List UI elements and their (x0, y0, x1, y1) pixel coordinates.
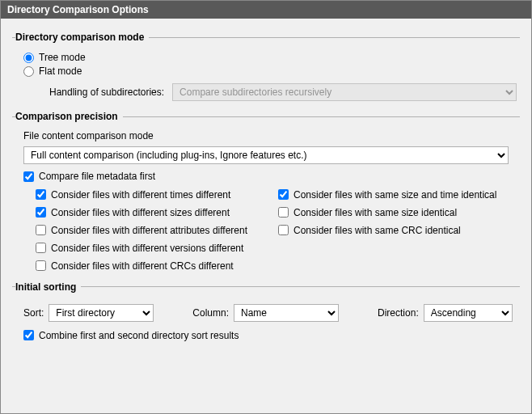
checkbox-same-size-label: Consider files with same size identical (293, 207, 457, 218)
checkbox-diff-sizes[interactable]: Consider files with different sizes diff… (36, 207, 278, 218)
checkbox-diff-versions[interactable]: Consider files with different versions d… (36, 243, 278, 254)
column-select[interactable]: Name (234, 304, 339, 322)
checkbox-diff-versions-input[interactable] (36, 243, 46, 253)
subdir-handling-label: Handling of subdirectories: (49, 87, 172, 98)
checkbox-diff-crcs-input[interactable] (36, 260, 46, 271)
radio-flat-mode-label: Flat mode (39, 65, 82, 77)
content-area: Directory comparison mode Tree mode Flat… (1, 19, 531, 357)
checkbox-combine-results-label: Combine first and second directory sort … (39, 330, 239, 341)
checkbox-same-size-time-input[interactable] (278, 189, 289, 200)
sort-label: Sort: (23, 307, 44, 319)
checkbox-compare-metadata-first-label: Compare file metadata first (39, 171, 155, 182)
legend-comparison-precision: Comparison precision (15, 111, 123, 122)
file-content-mode-label: File content comparison mode (15, 130, 517, 142)
checkbox-diff-times-label: Consider files with different times diff… (51, 189, 230, 201)
checkbox-diff-crcs[interactable]: Consider files with different CRCs diffe… (36, 260, 278, 272)
checkbox-same-size[interactable]: Consider files with same size identical (278, 207, 517, 218)
legend-directory-mode: Directory comparison mode (15, 32, 149, 43)
checkbox-same-size-time-label: Consider files with same size and time i… (293, 189, 496, 201)
content-mode-select[interactable]: Full content comparison (including plug-… (23, 146, 509, 164)
radio-tree-mode[interactable]: Tree mode (23, 52, 86, 63)
checkbox-diff-attrs[interactable]: Consider files with different attributes… (36, 225, 278, 236)
legend-initial-sorting: Initial sorting (15, 281, 81, 293)
direction-select[interactable]: Ascending (424, 304, 513, 322)
checkbox-same-crc-label: Consider files with same CRC identical (293, 225, 461, 236)
group-initial-sorting: Initial sorting Sort: First directory Co… (12, 281, 520, 347)
checkbox-same-crc-input[interactable] (278, 225, 289, 235)
sort-select[interactable]: First directory (49, 304, 154, 322)
checkbox-diff-sizes-input[interactable] (36, 207, 46, 218)
radio-flat-mode[interactable]: Flat mode (23, 65, 82, 77)
checkbox-same-size-input[interactable] (278, 207, 289, 218)
checkbox-diff-crcs-label: Consider files with different CRCs diffe… (51, 260, 234, 272)
radio-flat-mode-input[interactable] (23, 66, 34, 77)
checkbox-diff-versions-label: Consider files with different versions d… (51, 243, 243, 254)
checkbox-same-size-time[interactable]: Consider files with same size and time i… (278, 189, 517, 201)
direction-label: Direction: (378, 307, 419, 319)
radio-tree-mode-input[interactable] (23, 53, 34, 63)
checkbox-same-crc[interactable]: Consider files with same CRC identical (278, 225, 517, 236)
subdir-handling-select: Compare subdirectories recursively (172, 83, 517, 101)
group-directory-mode: Directory comparison mode Tree mode Flat… (12, 32, 520, 104)
checkbox-combine-results-input[interactable] (23, 330, 34, 340)
checkbox-diff-sizes-label: Consider files with different sizes diff… (51, 207, 230, 218)
checkbox-diff-times-input[interactable] (36, 189, 46, 200)
checkbox-compare-metadata-first-input[interactable] (23, 171, 34, 182)
checkbox-compare-metadata-first[interactable]: Compare file metadata first (23, 171, 155, 182)
checkbox-diff-attrs-label: Consider files with different attributes… (51, 225, 247, 236)
checkbox-combine-results[interactable]: Combine first and second directory sort … (23, 330, 239, 341)
column-label: Column: (192, 307, 229, 319)
radio-tree-mode-label: Tree mode (39, 52, 86, 63)
group-comparison-precision: Comparison precision File content compar… (12, 111, 520, 275)
checkbox-diff-attrs-input[interactable] (36, 225, 46, 235)
window-title: Directory Comparison Options (1, 1, 531, 19)
window: Directory Comparison Options Directory c… (0, 0, 532, 414)
checkbox-diff-times[interactable]: Consider files with different times diff… (36, 189, 278, 201)
